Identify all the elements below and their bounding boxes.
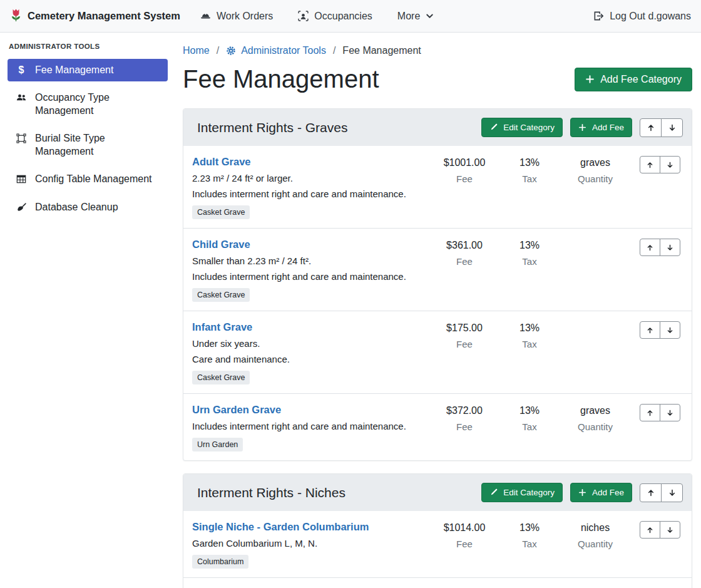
move-fee-up-button[interactable] bbox=[640, 404, 660, 421]
edit-category-button[interactable]: Edit Category bbox=[481, 118, 563, 137]
category-reorder-group bbox=[640, 118, 683, 137]
fee-description: Includes interment right and care and ma… bbox=[192, 271, 431, 282]
fee-category-card-niches: Interment Rights - Niches Edit Category … bbox=[183, 473, 692, 588]
app-brand[interactable]: Cemetery Management System bbox=[10, 8, 180, 24]
fee-amount: $361.00 bbox=[431, 240, 498, 251]
chevron-down-icon bbox=[426, 12, 434, 20]
nav-occupancies-label: Occupancies bbox=[314, 11, 372, 22]
fee-type-badge: Urn Garden bbox=[192, 438, 243, 451]
fee-quantity-cell bbox=[561, 321, 630, 322]
sidebar-item-fee-management[interactable]: $ Fee Management bbox=[8, 59, 168, 81]
table-icon bbox=[15, 174, 28, 184]
fee-amount-cell: $1014.00 Fee bbox=[431, 521, 498, 549]
nav-occupancies[interactable]: Occupancies bbox=[298, 11, 372, 22]
edit-category-label: Edit Category bbox=[503, 488, 555, 497]
fee-reorder-group bbox=[640, 321, 680, 339]
move-fee-down-button[interactable] bbox=[660, 156, 680, 173]
fee-row: Companion Niche - Garden Columbarium Gar… bbox=[183, 578, 692, 588]
arrow-up-icon bbox=[647, 488, 655, 497]
breadcrumb: Home / Administrator Tools / Fee Managem… bbox=[183, 45, 692, 56]
move-category-up-button[interactable] bbox=[640, 483, 662, 502]
fee-row: Urn Garden Grave Includes interment righ… bbox=[183, 394, 692, 460]
sidebar-item-label: Fee Management bbox=[35, 64, 113, 76]
fee-reorder-group bbox=[640, 156, 680, 173]
fee-description: Under six years. bbox=[192, 338, 431, 349]
edit-category-label: Edit Category bbox=[503, 123, 555, 132]
people-icon bbox=[15, 93, 28, 103]
sidebar-item-config-table-management[interactable]: Config Table Management bbox=[8, 168, 168, 190]
move-fee-up-button[interactable] bbox=[640, 521, 660, 539]
fee-name-link[interactable]: Urn Garden Grave bbox=[192, 404, 281, 416]
sidebar: ADMINISTRATOR TOOLS $ Fee Management Occ… bbox=[0, 33, 175, 236]
logout-label: Log Out d.gowans bbox=[610, 11, 691, 22]
arrow-down-icon bbox=[666, 161, 674, 169]
sidebar-item-database-cleanup[interactable]: Database Cleanup bbox=[8, 196, 168, 219]
fee-description: Smaller than 2.23 m² / 24 ft². bbox=[192, 255, 431, 266]
fee-name-link[interactable]: Adult Grave bbox=[192, 156, 251, 168]
move-fee-down-button[interactable] bbox=[660, 404, 680, 421]
arrow-up-icon bbox=[646, 409, 654, 417]
fee-amount-cell: $372.00 Fee bbox=[431, 404, 498, 432]
fee-name-link[interactable]: Single Niche - Garden Columbarium bbox=[192, 521, 369, 533]
top-nav: Work Orders Occupancies More bbox=[200, 11, 434, 22]
sidebar-item-label: Database Cleanup bbox=[35, 201, 118, 214]
box-arrow-right-icon bbox=[593, 11, 604, 21]
fee-quantity-label: Quantity bbox=[561, 539, 630, 549]
page-title: Fee Management bbox=[183, 65, 379, 93]
fee-quantity-cell: graves Quantity bbox=[561, 156, 630, 184]
arrow-up-icon bbox=[646, 526, 654, 534]
arrow-down-icon bbox=[666, 409, 674, 417]
fee-type-badge: Casket Grave bbox=[192, 205, 250, 219]
nav-more[interactable]: More bbox=[397, 11, 434, 22]
arrow-up-icon bbox=[646, 326, 654, 334]
sidebar-item-burial-site-type-management[interactable]: Burial Site Type Management bbox=[8, 127, 168, 163]
move-fee-down-button[interactable] bbox=[660, 239, 680, 256]
top-navbar: Cemetery Management System Work Orders bbox=[0, 0, 701, 33]
fee-description: Garden Columbarium L, M, N. bbox=[192, 538, 431, 549]
category-header: Interment Rights - Niches Edit Category … bbox=[183, 474, 692, 511]
add-fee-category-button[interactable]: Add Fee Category bbox=[575, 68, 692, 91]
move-fee-up-button[interactable] bbox=[640, 321, 660, 339]
fee-quantity-cell: graves Quantity bbox=[561, 404, 630, 432]
nav-work-orders[interactable]: Work Orders bbox=[200, 11, 273, 22]
fee-amount: $1014.00 bbox=[431, 522, 498, 534]
fee-reorder-group bbox=[640, 404, 680, 421]
fee-row: Child Grave Smaller than 2.23 m² / 24 ft… bbox=[183, 229, 692, 311]
breadcrumb-separator: / bbox=[217, 45, 219, 56]
fee-tax: 13% bbox=[498, 157, 561, 168]
hard-hat-icon bbox=[200, 11, 211, 21]
fee-description: Includes interment right and care and ma… bbox=[192, 421, 431, 431]
fee-row: Adult Grave 2.23 m² / 24 ft² or larger. … bbox=[183, 146, 692, 229]
breadcrumb-home-link[interactable]: Home bbox=[183, 45, 210, 56]
fee-reorder-group bbox=[640, 239, 680, 256]
add-fee-category-label: Add Fee Category bbox=[600, 74, 682, 85]
move-category-down-button[interactable] bbox=[661, 483, 683, 502]
breadcrumb-admin-tools-link[interactable]: Administrator Tools bbox=[226, 45, 326, 56]
move-fee-down-button[interactable] bbox=[660, 521, 680, 539]
fee-tax: 13% bbox=[498, 522, 561, 534]
fee-name-link[interactable]: Infant Grave bbox=[192, 321, 252, 333]
fee-description: Care and maintenance. bbox=[192, 354, 431, 364]
fee-tax-cell: 13% Tax bbox=[498, 404, 561, 432]
fee-quantity-cell: niches Quantity bbox=[561, 521, 630, 549]
move-fee-down-button[interactable] bbox=[660, 321, 680, 339]
fee-row: Single Niche - Garden Columbarium Garden… bbox=[183, 511, 692, 578]
fee-tax: 13% bbox=[498, 405, 561, 416]
move-category-up-button[interactable] bbox=[640, 118, 662, 137]
move-fee-up-button[interactable] bbox=[640, 156, 660, 173]
plus-icon bbox=[585, 75, 595, 84]
move-fee-up-button[interactable] bbox=[640, 239, 660, 256]
edit-category-button[interactable]: Edit Category bbox=[481, 483, 563, 502]
logout-link[interactable]: Log Out d.gowans bbox=[593, 11, 691, 22]
add-fee-button[interactable]: Add Fee bbox=[570, 118, 632, 137]
add-fee-button[interactable]: Add Fee bbox=[570, 483, 632, 502]
sidebar-item-occupancy-type-management[interactable]: Occupancy Type Management bbox=[8, 86, 168, 122]
main-content: Home / Administrator Tools / Fee Managem… bbox=[175, 33, 701, 588]
dollar-icon: $ bbox=[15, 65, 28, 75]
fee-name-link[interactable]: Child Grave bbox=[192, 239, 250, 250]
move-category-down-button[interactable] bbox=[661, 118, 683, 137]
breadcrumb-admin-label: Administrator Tools bbox=[241, 45, 326, 56]
fee-type-badge: Casket Grave bbox=[192, 288, 250, 302]
pencil-icon bbox=[489, 488, 498, 497]
fee-amount: $175.00 bbox=[431, 322, 498, 334]
